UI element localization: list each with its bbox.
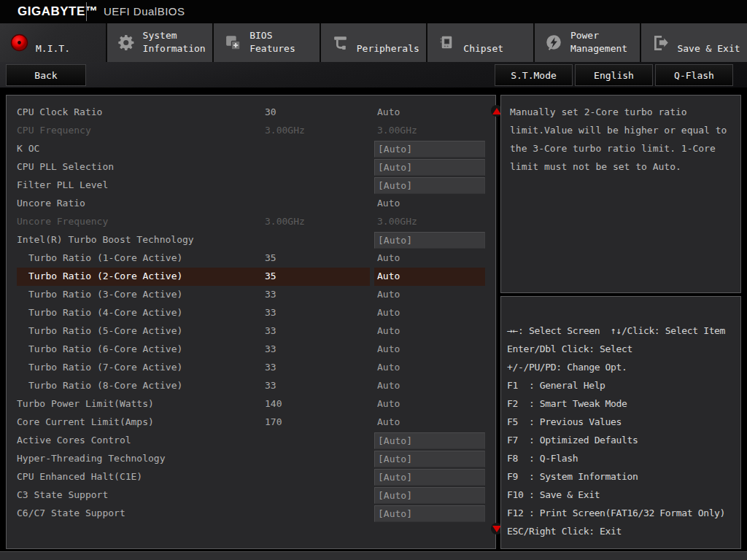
english-button[interactable]: English bbox=[575, 64, 653, 86]
setting-current-value: 33 bbox=[265, 325, 276, 336]
setting-value-box[interactable]: [Auto] bbox=[374, 159, 485, 176]
s-t-mode-button[interactable]: S.T.Mode bbox=[495, 64, 573, 86]
settings-row-k-oc[interactable]: K OC[Auto] bbox=[7, 140, 495, 158]
settings-row-turbo-ratio-2-core-active[interactable]: Turbo Ratio (2-Core Active)35Auto bbox=[7, 268, 495, 286]
setting-current-value: 33 bbox=[265, 362, 276, 373]
tab-label: Chipset bbox=[463, 28, 503, 58]
shortcut-line: F10 : Save & Exit bbox=[507, 486, 735, 504]
setting-current-value: 140 bbox=[265, 398, 282, 409]
settings-row-turbo-ratio-3-core-active[interactable]: Turbo Ratio (3-Core Active)33Auto bbox=[7, 286, 495, 304]
tab-bios-features[interactable]: BIOS Features bbox=[214, 23, 320, 62]
settings-row-turbo-ratio-6-core-active[interactable]: Turbo Ratio (6-Core Active)33Auto bbox=[7, 341, 495, 359]
tab-m-i-t[interactable]: M.I.T. bbox=[0, 23, 106, 62]
tab-label: Peripherals bbox=[357, 28, 419, 58]
settings-row-turbo-ratio-4-core-active[interactable]: Turbo Ratio (4-Core Active)33Auto bbox=[7, 304, 495, 322]
setting-current-value: 33 bbox=[265, 289, 276, 300]
setting-label: CPU Enhanced Halt(C1E) bbox=[17, 471, 142, 482]
tab-bar: M.I.T.System InformationBIOS FeaturesPer… bbox=[0, 23, 747, 62]
settings-row-cpu-enhanced-halt-c1e[interactable]: CPU Enhanced Halt(C1E)[Auto] bbox=[7, 468, 495, 486]
setting-label: Turbo Ratio (1-Core Active) bbox=[28, 252, 182, 263]
setting-label: K OC bbox=[17, 143, 39, 154]
settings-row-turbo-ratio-8-core-active[interactable]: Turbo Ratio (8-Core Active)33Auto bbox=[7, 377, 495, 395]
setting-value[interactable]: 3.00GHz bbox=[377, 216, 417, 227]
settings-row-filter-pll-level[interactable]: Filter PLL Level[Auto] bbox=[7, 176, 495, 195]
chipset-icon bbox=[437, 33, 457, 52]
tab-label: Power Management bbox=[570, 28, 627, 58]
settings-row-c6-c7-state-support[interactable]: C6/C7 State Support[Auto] bbox=[7, 505, 495, 523]
setting-label: C6/C7 State Support bbox=[17, 508, 125, 518]
settings-row-cpu-clock-ratio[interactable]: CPU Clock Ratio30Auto bbox=[7, 104, 495, 122]
setting-value[interactable]: Auto bbox=[377, 398, 400, 409]
setting-value-box[interactable]: [Auto] bbox=[374, 232, 485, 249]
tab-label: Save & Exit bbox=[677, 28, 740, 58]
tab-chipset[interactable]: Chipset bbox=[427, 23, 533, 62]
tab-power-management[interactable]: Power Management bbox=[535, 23, 640, 62]
setting-label: Intel(R) Turbo Boost Technology bbox=[17, 234, 194, 245]
settings-row-turbo-ratio-1-core-active[interactable]: Turbo Ratio (1-Core Active)35Auto bbox=[7, 249, 495, 268]
scrollbar-track[interactable] bbox=[496, 117, 498, 523]
setting-current-value: 3.00GHz bbox=[265, 216, 305, 227]
shortcut-line: ESC/Right Click: Exit bbox=[507, 522, 735, 540]
shortcut-line: Enter/Dbl Click: Select bbox=[507, 340, 735, 358]
setting-value-box[interactable]: [Auto] bbox=[374, 141, 485, 158]
power-icon bbox=[544, 33, 564, 52]
tab-label: System Information bbox=[143, 28, 206, 58]
setting-value[interactable]: Auto bbox=[377, 271, 400, 281]
setting-label: C3 State Support bbox=[17, 489, 108, 500]
q-flash-button[interactable]: Q-Flash bbox=[655, 64, 733, 86]
setting-current-value: 30 bbox=[265, 106, 276, 117]
settings-row-intel-r-turbo-boost-technology[interactable]: Intel(R) Turbo Boost Technology[Auto] bbox=[7, 231, 495, 249]
settings-row-uncore-frequency[interactable]: Uncore Frequency3.00GHz3.00GHz bbox=[7, 213, 495, 231]
settings-row-c3-state-support[interactable]: C3 State Support[Auto] bbox=[7, 486, 495, 505]
setting-label: CPU Clock Ratio bbox=[17, 106, 102, 117]
setting-value[interactable]: Auto bbox=[377, 380, 400, 391]
settings-row-turbo-power-limit-watts[interactable]: Turbo Power Limit(Watts)140Auto bbox=[7, 395, 495, 413]
shortcut-line: →←: Select Screen ↑↓/Click: Select Item bbox=[507, 322, 735, 340]
setting-current-value: 33 bbox=[265, 307, 276, 318]
settings-row-cpu-pll-selection[interactable]: CPU PLL Selection[Auto] bbox=[7, 158, 495, 176]
product-title: UEFI DualBIOS bbox=[104, 5, 185, 18]
setting-value[interactable]: Auto bbox=[377, 416, 400, 427]
setting-label: Turbo Ratio (7-Core Active) bbox=[28, 362, 182, 373]
settings-row-uncore-ratio[interactable]: Uncore RatioAuto bbox=[7, 195, 495, 213]
setting-value-box[interactable]: [Auto] bbox=[374, 505, 485, 522]
tab-save-exit[interactable]: Save & Exit bbox=[641, 23, 747, 62]
gear-icon bbox=[117, 33, 136, 52]
setting-value[interactable]: Auto bbox=[377, 106, 400, 117]
setting-value[interactable]: Auto bbox=[377, 307, 400, 318]
setting-value-box[interactable]: [Auto] bbox=[374, 451, 485, 467]
mit-gauge-icon bbox=[9, 33, 29, 52]
setting-value-box[interactable]: [Auto] bbox=[374, 177, 485, 194]
setting-value[interactable]: Auto bbox=[377, 362, 400, 373]
setting-current-value: 35 bbox=[265, 271, 276, 281]
setting-label: Core Current Limit(Amps) bbox=[17, 416, 154, 427]
setting-current-value: 33 bbox=[265, 380, 276, 391]
setting-value[interactable]: Auto bbox=[377, 289, 400, 300]
toolbar: Back S.T.ModeEnglishQ-Flash bbox=[0, 62, 747, 88]
setting-value[interactable]: 3.00GHz bbox=[377, 125, 417, 136]
exit-icon bbox=[651, 33, 670, 52]
settings-row-cpu-frequency[interactable]: CPU Frequency3.00GHz3.00GHz bbox=[7, 122, 495, 140]
peripherals-icon bbox=[330, 33, 350, 52]
setting-label: CPU Frequency bbox=[17, 125, 91, 136]
shortcut-line: F1 : General Help bbox=[507, 376, 735, 394]
setting-value-box[interactable]: [Auto] bbox=[374, 487, 485, 504]
back-button[interactable]: Back bbox=[6, 64, 86, 86]
setting-current-value: 3.00GHz bbox=[265, 125, 305, 136]
settings-row-active-cores-control[interactable]: Active Cores Control[Auto] bbox=[7, 432, 495, 450]
setting-value-box[interactable]: [Auto] bbox=[374, 432, 485, 449]
tab-label: M.I.T. bbox=[36, 28, 70, 58]
setting-value[interactable]: Auto bbox=[377, 343, 400, 354]
tab-peripherals[interactable]: Peripherals bbox=[321, 23, 427, 62]
bottom-strip bbox=[0, 551, 747, 560]
setting-value[interactable]: Auto bbox=[377, 198, 400, 209]
settings-row-turbo-ratio-5-core-active[interactable]: Turbo Ratio (5-Core Active)33Auto bbox=[7, 322, 495, 341]
setting-value[interactable]: Auto bbox=[377, 325, 400, 336]
setting-label: Filter PLL Level bbox=[17, 179, 108, 190]
setting-value[interactable]: Auto bbox=[377, 252, 400, 263]
setting-value-box[interactable]: [Auto] bbox=[374, 469, 485, 486]
settings-row-hyper-threading-technology[interactable]: Hyper-Threading Technology[Auto] bbox=[7, 450, 495, 468]
tab-system-information[interactable]: System Information bbox=[107, 23, 213, 62]
settings-row-core-current-limit-amps[interactable]: Core Current Limit(Amps)170Auto bbox=[7, 413, 495, 432]
settings-row-turbo-ratio-7-core-active[interactable]: Turbo Ratio (7-Core Active)33Auto bbox=[7, 359, 495, 377]
